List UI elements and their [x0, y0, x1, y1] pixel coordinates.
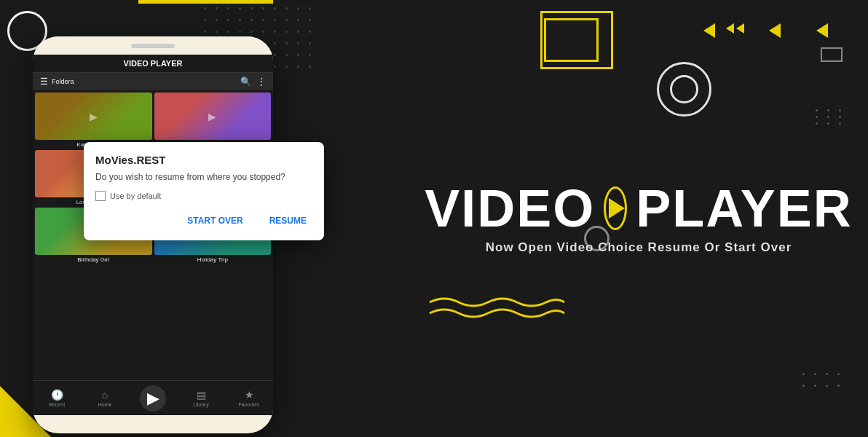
label-birthday: Birthday Girl	[77, 256, 109, 263]
resume-dialog: MoVies.REST Do you wish to resume from w…	[84, 142, 324, 240]
home-icon: ⌂	[102, 389, 108, 401]
recent-label: Recent	[49, 402, 65, 407]
resume-button[interactable]: RESUME	[264, 213, 312, 229]
app-header: VIDEO PLAYER	[33, 55, 273, 73]
menu-icon[interactable]: ☰	[40, 76, 48, 87]
dialog-title: MoVies.REST	[95, 154, 312, 166]
app-header-title: VIDEO PLAYER	[40, 59, 266, 68]
hero-tagline: Now Open Video Choice Resume Or Start Ov…	[438, 240, 839, 255]
app-toolbar: ☰ Foldera 🔍 ⋮	[33, 73, 273, 90]
phone-speaker	[131, 44, 175, 48]
thumb-party: ▶	[154, 92, 272, 140]
dots-right	[816, 109, 846, 125]
more-options-icon[interactable]: ⋮	[257, 76, 266, 87]
hero-play-icon-circle	[604, 186, 627, 230]
thumb-karate: ▶	[35, 92, 152, 140]
folder-name: Foldera	[52, 78, 74, 85]
arrow-1	[703, 23, 715, 38]
hero-section: VIDEO PLAYER Now Open Video Choice Resum…	[438, 182, 839, 255]
nav-home[interactable]: ⌂ Home	[81, 389, 129, 407]
dialog-message: Do you wish to resume from where you sto…	[95, 172, 312, 182]
library-label: Library	[193, 402, 208, 407]
toolbar-icons: 🔍 ⋮	[240, 76, 266, 87]
label-holiday: Holiday Trip	[197, 256, 228, 263]
use-by-default-checkbox[interactable]	[95, 191, 106, 201]
white-circle-right-inner	[670, 75, 698, 103]
library-icon: ▤	[197, 389, 206, 401]
recent-icon: 🕐	[51, 389, 63, 401]
phone-top-bar	[33, 36, 273, 55]
arrow-4	[816, 23, 828, 38]
play-overlay: ▶	[208, 111, 216, 122]
small-rect-corner	[821, 47, 843, 62]
video-item-party[interactable]: ▶ Party Time	[154, 92, 272, 148]
nav-favorites[interactable]: ★ Favorites	[225, 389, 273, 407]
hero-app-name: VIDEO PLAYER	[438, 182, 839, 235]
hero-title-part2: PLAYER	[636, 182, 852, 235]
arrow-double	[726, 23, 744, 34]
hero-play-triangle	[609, 198, 625, 219]
white-circle-right	[657, 62, 711, 117]
dialog-checkbox-row: Use by default	[95, 191, 312, 201]
start-over-button[interactable]: START OVER	[181, 213, 248, 229]
dialog-buttons: START OVER RESUME	[95, 213, 312, 229]
favorites-label: Favorites	[239, 402, 260, 407]
dots-bottom-right	[802, 373, 846, 393]
wavy-lines-decor	[422, 291, 568, 328]
yellow-rect-inner	[544, 18, 599, 62]
use-by-default-label: Use by default	[110, 192, 161, 200]
favorites-icon: ★	[245, 389, 254, 401]
home-label: Home	[98, 402, 112, 407]
yellow-rect-outer	[540, 11, 613, 69]
bottom-nav: 🕐 Recent ⌂ Home ▶ ▤ Library ★ Favorites	[33, 380, 273, 415]
search-icon[interactable]: 🔍	[240, 76, 251, 87]
hero-title-part1: VIDEO	[425, 182, 595, 235]
arrow-3	[769, 23, 781, 38]
nav-play[interactable]: ▶	[129, 385, 177, 412]
video-item-karate[interactable]: ▶ Karate Class	[35, 92, 152, 148]
nav-recent[interactable]: 🕐 Recent	[33, 389, 81, 407]
play-overlay: ▶	[90, 111, 98, 122]
toolbar-left: ☰ Foldera	[40, 76, 74, 87]
nav-library[interactable]: ▤ Library	[177, 389, 225, 407]
yellow-bar-top	[138, 0, 273, 4]
play-nav-icon: ▶	[140, 385, 166, 412]
